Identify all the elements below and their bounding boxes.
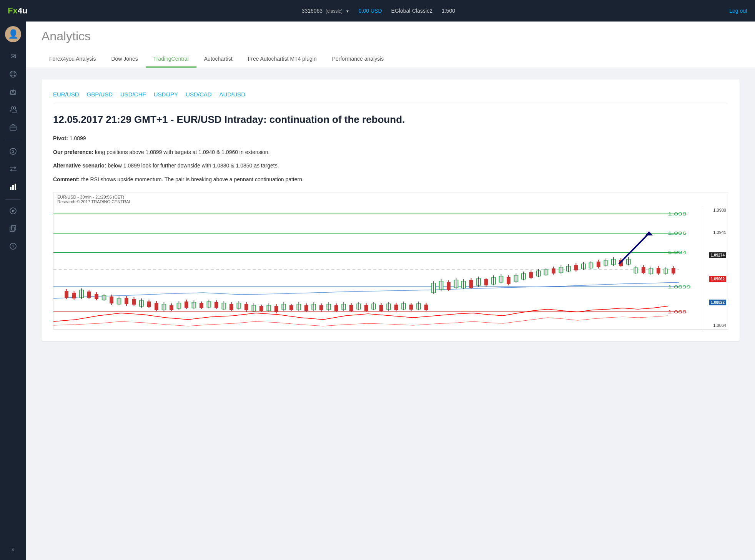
svg-text:1.098: 1.098 bbox=[668, 212, 687, 216]
price-current-black: 1.09274 bbox=[709, 252, 726, 258]
tab-dowjones[interactable]: Dow Jones bbox=[103, 51, 145, 68]
article-title: 12.05.2017 21:29 GMT+1 - EUR/USD Intrada… bbox=[53, 113, 728, 126]
comment-text: Comment: the RSI shows upside momentum. … bbox=[53, 175, 728, 184]
help-icon[interactable]: ? bbox=[5, 238, 21, 254]
comment-content: the RSI shows upside momentum. The pair … bbox=[81, 176, 304, 182]
content-area: Analytics Forex4you Analysis Dow Jones T… bbox=[26, 22, 755, 560]
svg-text:?: ? bbox=[12, 244, 14, 249]
svg-rect-21 bbox=[10, 187, 12, 190]
svg-text:1.096: 1.096 bbox=[668, 231, 687, 235]
alternative-text: Alternative scenario: below 1.0899 look … bbox=[53, 161, 728, 171]
account-balance[interactable]: 0.00 USD bbox=[359, 8, 382, 14]
preference-content: long positions above 1.0899 with targets… bbox=[95, 149, 270, 155]
tabs-container: Forex4you Analysis Dow Jones TradingCent… bbox=[42, 51, 740, 68]
tab-autochartist[interactable]: Autochartist bbox=[196, 51, 240, 68]
tab-free-autochartist[interactable]: Free Autochartist MT4 plugin bbox=[240, 51, 324, 68]
currency-tabs: EUR/USD GBP/USD USD/CHF USD/JPY USD/CAD … bbox=[53, 91, 728, 104]
svg-text:1.0899: 1.0899 bbox=[668, 285, 691, 289]
chart-price-axis: 1.0980 1.0941 1.09274 1.09062 1.08822 bbox=[703, 206, 728, 329]
comment-label: Comment: bbox=[53, 176, 80, 182]
preference-text: Our preference: long positions above 1.0… bbox=[53, 148, 728, 157]
leverage: 1:500 bbox=[442, 8, 455, 14]
briefcase-icon[interactable] bbox=[5, 119, 21, 135]
header-center: 3316063 (classic) ▼ 0.00 USD EGlobal-Cla… bbox=[302, 8, 455, 14]
mail-icon[interactable]: ✉ bbox=[5, 48, 21, 65]
page-title: Analytics bbox=[42, 29, 740, 43]
chart-title: EUR/USD - 30min - 21:29:56 (CET) bbox=[57, 195, 724, 199]
svg-point-2 bbox=[14, 73, 15, 74]
sidebar-expand-button[interactable]: » bbox=[8, 543, 18, 555]
svg-point-9 bbox=[13, 89, 13, 89]
svg-rect-27 bbox=[12, 225, 16, 230]
svg-rect-22 bbox=[12, 185, 14, 190]
pivot-text: Pivot: 1.0899 bbox=[53, 134, 728, 143]
svg-rect-23 bbox=[15, 184, 16, 190]
svg-rect-7 bbox=[13, 91, 15, 93]
chart-credit: Research © 2017 TRADING CENTRAL bbox=[57, 199, 724, 204]
main-content: EUR/USD GBP/USD USD/CHF USD/JPY USD/CAD … bbox=[26, 68, 755, 353]
main-layout: 👤 ✉ bbox=[0, 22, 755, 560]
transfer-icon[interactable] bbox=[5, 161, 21, 177]
pivot-label: Pivot: bbox=[53, 135, 68, 141]
server-name: EGlobal-Classic2 bbox=[391, 8, 432, 14]
svg-text:$: $ bbox=[12, 149, 14, 154]
palette-icon[interactable] bbox=[5, 66, 21, 82]
svg-text:1.094: 1.094 bbox=[668, 250, 687, 255]
preference-label: Our preference: bbox=[53, 149, 93, 155]
svg-text:1.088: 1.088 bbox=[668, 310, 687, 314]
logo: Fx4u bbox=[8, 6, 27, 16]
svg-point-1 bbox=[12, 73, 13, 74]
price-1864: 1.0864 bbox=[705, 323, 726, 328]
chart-bar-icon[interactable] bbox=[5, 179, 21, 195]
account-id: 3316063 (classic) ▼ bbox=[302, 8, 349, 14]
alternative-content: below 1.0899 look for further downside w… bbox=[108, 162, 279, 169]
top-header: Fx4u 3316063 (classic) ▼ 0.00 USD EGloba… bbox=[0, 0, 755, 22]
logo-num: 4u bbox=[18, 6, 28, 15]
price-current-blue: 1.08822 bbox=[709, 300, 726, 305]
currency-tab-usdchf[interactable]: USD/CHF bbox=[120, 91, 146, 98]
logout-button[interactable]: Log out bbox=[729, 8, 747, 14]
account-dropdown-arrow[interactable]: ▼ bbox=[346, 9, 349, 13]
video-icon[interactable] bbox=[5, 203, 21, 219]
currency-tab-eurusd[interactable]: EUR/USD bbox=[53, 91, 79, 98]
price-1941: 1.0941 bbox=[705, 230, 726, 235]
svg-point-12 bbox=[11, 107, 13, 109]
pivot-value: 1.0899 bbox=[70, 135, 86, 141]
users-icon[interactable] bbox=[5, 101, 21, 118]
svg-rect-5 bbox=[10, 91, 16, 94]
currency-tab-audusd[interactable]: AUD/USD bbox=[220, 91, 246, 98]
sidebar-divider2 bbox=[5, 199, 21, 200]
content-card: EUR/USD GBP/USD USD/CHF USD/JPY USD/CAD … bbox=[42, 80, 740, 341]
chart-header: EUR/USD - 30min - 21:29:56 (CET) Researc… bbox=[53, 192, 728, 206]
tab-forex4you[interactable]: Forex4you Analysis bbox=[42, 51, 103, 68]
sidebar-divider bbox=[5, 140, 21, 140]
svg-point-0 bbox=[10, 71, 16, 77]
robot-icon[interactable] bbox=[5, 84, 21, 100]
currency-tab-usdcad[interactable]: USD/CAD bbox=[186, 91, 212, 98]
alternative-label: Alternative scenario: bbox=[53, 162, 106, 169]
svg-rect-6 bbox=[12, 91, 13, 93]
currency-tab-usdjpy[interactable]: USD/JPY bbox=[154, 91, 178, 98]
svg-point-4 bbox=[14, 75, 15, 76]
finance-icon[interactable]: $ bbox=[5, 143, 21, 159]
svg-point-3 bbox=[12, 75, 13, 76]
avatar[interactable]: 👤 bbox=[5, 26, 21, 42]
svg-marker-25 bbox=[12, 210, 15, 212]
logo-fx: Fx bbox=[8, 6, 18, 15]
sidebar: 👤 ✉ bbox=[0, 22, 26, 560]
copy-icon[interactable] bbox=[5, 220, 21, 237]
chart-svg: 1.098 1.096 1.094 1.0899 1.088 bbox=[53, 206, 728, 329]
svg-rect-26 bbox=[10, 227, 14, 232]
chart-area: 1.098 1.096 1.094 1.0899 1.088 1.0980 1.… bbox=[53, 206, 728, 329]
currency-tab-gbpusd[interactable]: GBP/USD bbox=[87, 91, 113, 98]
page-header: Analytics Forex4you Analysis Dow Jones T… bbox=[26, 22, 755, 68]
tab-performance[interactable]: Performance analysis bbox=[324, 51, 392, 68]
tab-tradingcentral[interactable]: TradingCentral bbox=[146, 51, 196, 68]
chart-container: EUR/USD - 30min - 21:29:56 (CET) Researc… bbox=[53, 192, 728, 330]
price-1980: 1.0980 bbox=[705, 208, 726, 212]
svg-point-13 bbox=[13, 107, 16, 109]
price-current-red: 1.09062 bbox=[709, 276, 726, 282]
